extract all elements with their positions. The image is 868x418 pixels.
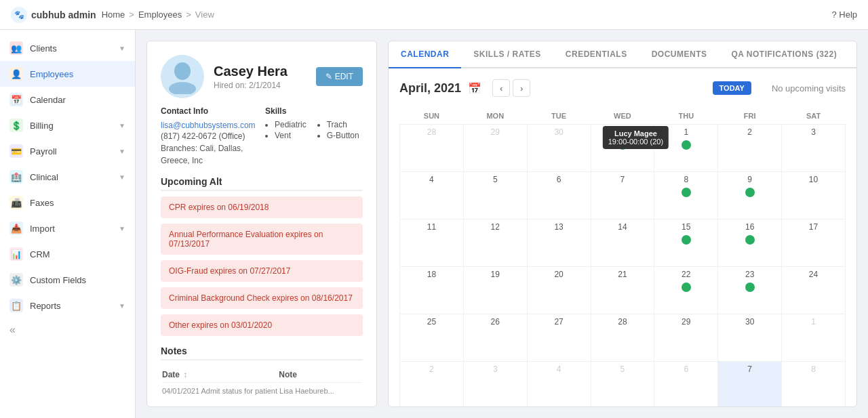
calendar-cell[interactable]: 23: [718, 267, 782, 314]
no-visits-label: No upcoming visits: [772, 83, 846, 93]
event-dot[interactable]: [745, 235, 755, 245]
svg-point-0: [174, 62, 191, 80]
calendar-cell[interactable]: 4: [527, 362, 591, 407]
calendar-cell[interactable]: 1: [782, 314, 846, 362]
tab-skills-rates[interactable]: SKILLS / RATES: [461, 41, 553, 68]
calendar-cell[interactable]: 10: [782, 172, 846, 220]
calendar-cell[interactable]: 11: [400, 220, 464, 267]
calendar-next-button[interactable]: ›: [513, 79, 530, 97]
tab-credentials[interactable]: CREDENTIALS: [553, 41, 639, 68]
event-dot[interactable]: [682, 235, 691, 245]
sidebar-item-billing[interactable]: 💲 Billing ▼: [0, 112, 135, 138]
calendar-prev-button[interactable]: ‹: [492, 79, 510, 97]
reports-icon: 📋: [9, 299, 23, 312]
tab-qa-notifications[interactable]: QA NOTIFICATIONS (322): [719, 41, 849, 68]
tab-documents[interactable]: DOCUMENTS: [639, 41, 719, 68]
sidebar-label-reports: Reports: [30, 301, 112, 311]
day-number: 6: [530, 175, 588, 184]
event-dot[interactable]: [682, 188, 691, 197]
sidebar-item-custom-fields[interactable]: ⚙️ Custom Fields: [0, 267, 135, 293]
day-number: 15: [657, 222, 715, 232]
calendar-cell[interactable]: 2: [718, 125, 782, 172]
calendar-cell[interactable]: 25: [400, 314, 464, 362]
day-number: 24: [785, 270, 842, 279]
right-panel: CALENDAR SKILLS / RATES CREDENTIALS DOCU…: [388, 41, 857, 407]
event-dot[interactable]: [745, 188, 755, 197]
calendar-cell[interactable]: 21: [591, 267, 654, 314]
calendar-cell[interactable]: 28: [400, 125, 464, 172]
breadcrumb-home[interactable]: Home: [102, 9, 125, 20]
breadcrumb: Home > Employees > View: [102, 9, 214, 20]
calendar-cell[interactable]: 18: [400, 267, 464, 314]
day-number: 29: [467, 127, 524, 137]
calendar-cell[interactable]: 20: [527, 267, 591, 314]
calendar-cell[interactable]: 5: [591, 362, 654, 407]
calendar-cell[interactable]: 6: [527, 172, 591, 220]
calendar-cell[interactable]: 15: [654, 220, 718, 267]
calendar-cell[interactable]: 8: [654, 172, 718, 220]
alerts-list: CPR expires on 06/19/2018 Annual Perform…: [161, 196, 363, 336]
clients-caret-icon: ▼: [119, 45, 125, 52]
sidebar-item-employees[interactable]: 👤 Employees: [0, 61, 135, 87]
sidebar-item-clinical[interactable]: 🏥 Clinical ▼: [0, 164, 135, 190]
calendar-cell[interactable]: 30: [718, 314, 782, 362]
employees-icon: 👤: [9, 67, 23, 81]
calendar-cell[interactable]: 6: [654, 362, 718, 407]
today-button[interactable]: TODAY: [713, 81, 751, 95]
help-link[interactable]: ? Help: [831, 9, 857, 20]
calendar-cell[interactable]: 5: [463, 172, 527, 220]
calendar-cell[interactable]: 7: [591, 172, 654, 220]
calendar-cell[interactable]: 29: [463, 125, 527, 172]
calendar-cell[interactable]: 3: [463, 362, 527, 407]
sidebar-item-crm[interactable]: 📊 CRM: [0, 241, 135, 267]
calendar-cell[interactable]: 24: [782, 267, 846, 314]
sidebar-item-faxes[interactable]: 📠 Faxes: [0, 190, 135, 215]
sidebar-label-clients: Clients: [30, 43, 112, 54]
calendar-cell[interactable]: 16: [718, 220, 782, 267]
alert-item-0: CPR expires on 06/19/2018: [161, 196, 363, 218]
contact-email[interactable]: lisa@cubhubsystems.com: [161, 121, 256, 130]
tab-calendar[interactable]: CALENDAR: [389, 41, 461, 68]
sidebar-item-calendar[interactable]: 📅 Calendar: [0, 87, 135, 112]
calendar-cell[interactable]: 14: [591, 220, 654, 267]
sidebar-item-reports[interactable]: 📋 Reports ▼: [0, 293, 135, 318]
alert-item-4: Other expires on 03/01/2020: [161, 314, 363, 336]
calendar-cell[interactable]: 8: [782, 362, 846, 407]
calendar-cell[interactable]: 2: [400, 362, 464, 407]
day-number: 2: [403, 364, 460, 374]
calendar-cell[interactable]: 29: [654, 314, 718, 362]
calendar-cell[interactable]: 13: [527, 220, 591, 267]
notes-row: 04/01/2021 Admit status for patient Lisa…: [162, 384, 361, 398]
event-dot[interactable]: [745, 283, 755, 292]
calendar-picker-icon[interactable]: 📅: [468, 82, 481, 95]
calendar-cell[interactable]: 3: [782, 125, 846, 172]
calendar-cell[interactable]: 7: [718, 362, 782, 407]
day-number: 18: [403, 270, 460, 279]
calendar-cell[interactable]: 22: [654, 267, 718, 314]
calendar-cell[interactable]: 9: [718, 172, 782, 220]
sidebar-item-clients[interactable]: 👥 Clients ▼: [0, 35, 135, 61]
tabs: CALENDAR SKILLS / RATES CREDENTIALS DOCU…: [389, 41, 856, 68]
cal-header-sun: SUN: [400, 108, 464, 125]
sort-icon[interactable]: ↕: [183, 370, 187, 379]
calendar-cell[interactable]: 17: [782, 220, 846, 267]
payroll-icon: 💳: [9, 144, 23, 158]
payroll-caret-icon: ▼: [119, 148, 125, 155]
sidebar-item-import[interactable]: 📥 Import ▼: [0, 215, 135, 241]
notes-col-date: Date ↕: [162, 367, 277, 383]
calendar-cell[interactable]: 19: [463, 267, 527, 314]
edit-button[interactable]: ✎ EDIT: [316, 67, 363, 86]
sidebar-item-payroll[interactable]: 💳 Payroll ▼: [0, 138, 135, 164]
calendar-cell[interactable]: 31Lucy Magee19:00-00:00 (20): [591, 125, 654, 172]
calendar-cell[interactable]: 12: [463, 220, 527, 267]
calendar-cell[interactable]: 30: [527, 125, 591, 172]
sidebar-collapse-button[interactable]: «: [0, 318, 135, 341]
calendar-cell[interactable]: 27: [527, 314, 591, 362]
calendar-cell[interactable]: 4: [400, 172, 464, 220]
calendar-cell[interactable]: 26: [463, 314, 527, 362]
event-dot[interactable]: [682, 140, 691, 150]
employee-info: Casey Hera Hired on: 2/1/2014: [214, 64, 288, 90]
calendar-cell[interactable]: 28: [591, 314, 654, 362]
breadcrumb-employees[interactable]: Employees: [138, 9, 182, 20]
event-dot[interactable]: [682, 283, 691, 292]
